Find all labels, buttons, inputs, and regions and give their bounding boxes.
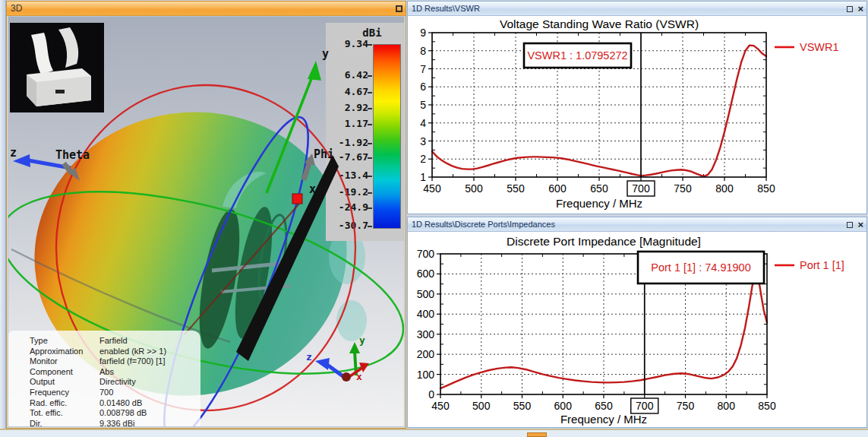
svg-text:650: 650 [595, 400, 613, 412]
svg-text:800: 800 [715, 182, 734, 195]
svg-text:650: 650 [590, 182, 608, 195]
annotation-text: Port 1 [1] : 74.91900 [651, 261, 750, 274]
colorbar-tick [368, 44, 372, 46]
colorbar-tick-label: -19.2 [339, 186, 368, 198]
info-row: Approximationenabled (kR >> 1) [8, 347, 200, 357]
colorbar-tick-label: -30.7 [339, 220, 368, 231]
colorbar-tick [368, 207, 372, 209]
info-row-value: Directivity [99, 377, 136, 386]
3d-window-title: 3D [11, 3, 22, 14]
info-row-value: Abs [99, 367, 114, 376]
info-row-value: farfield (f=700) [1] [99, 356, 166, 366]
3d-window-titlebar[interactable]: 3D [7, 2, 406, 16]
info-row: Rad. effic.0.01480 dB [8, 398, 200, 409]
colorbar-tick-label: 6.42 [345, 69, 368, 81]
3d-viewport[interactable]: dBi 9.346.424.672.921.17-1.92-7.67-13.4-… [8, 16, 405, 427]
info-row: TypeFarfield [8, 336, 200, 347]
colorbar-tick [368, 226, 372, 227]
svg-text:400: 400 [417, 308, 435, 320]
info-row-value: Farfield [99, 336, 128, 345]
svg-text:700: 700 [636, 400, 654, 412]
value-annotation-box[interactable]: Port 1 [1] : 74.91900 [638, 252, 764, 283]
impedance-window-titlebar[interactable]: 1D Results\Discrete Ports\Impedances × [408, 217, 866, 232]
colorbar-tick [368, 143, 372, 144]
svg-text:550: 550 [507, 182, 525, 195]
legend: VSWR1 [775, 41, 839, 53]
svg-text:2: 2 [420, 153, 426, 165]
info-row: Dir.9.336 dBi [8, 419, 200, 427]
colorbar-tick-label: 9.34 [345, 38, 368, 49]
application-workspace: 3D [0, 0, 868, 437]
svg-text:550: 550 [513, 400, 532, 412]
svg-text:4: 4 [420, 117, 426, 129]
svg-text:500: 500 [417, 288, 435, 300]
colorbar-gradient [373, 44, 401, 229]
svg-text:700: 700 [632, 182, 650, 195]
colorbar-tick-label: -13.4 [339, 169, 368, 181]
svg-text:3: 3 [420, 135, 426, 147]
info-row-label: Component [30, 367, 73, 376]
info-row: Frequency700 [8, 388, 200, 398]
colorbar-tick [368, 92, 372, 93]
vswr-window-title: 1D Results\VSWR [412, 4, 480, 13]
svg-text:6: 6 [420, 81, 426, 93]
impedance-chart[interactable]: 0100200300400500600700450500550600650700… [408, 232, 866, 427]
x-axis-title: Frequency / MHz [560, 413, 647, 426]
hidden-window-edge[interactable] [527, 432, 547, 437]
info-row-label: Output [30, 377, 55, 386]
impedance-window-title: 1D Results\Discrete Ports\Impedances [412, 220, 555, 229]
svg-text:750: 750 [674, 182, 692, 195]
maximize-icon[interactable] [847, 222, 853, 228]
svg-text:850: 850 [757, 182, 775, 195]
svg-text:600: 600 [548, 182, 567, 195]
info-row-label: Dir. [30, 419, 43, 427]
info-row: Tot. effic.0.008798 dB [8, 408, 200, 419]
vswr-chart[interactable]: 123456789450500550600650700750800850Volt… [408, 16, 866, 214]
info-row-label: Approximation [30, 347, 83, 356]
colorbar-tick [368, 192, 372, 194]
svg-text:8: 8 [420, 45, 426, 57]
svg-text:0: 0 [428, 388, 434, 401]
info-row-value: 0.01480 dB [99, 398, 142, 407]
maximize-icon[interactable] [396, 5, 402, 12]
info-row-value: enabled (kR >> 1) [99, 347, 166, 356]
svg-text:700: 700 [417, 248, 435, 260]
workspace-bottom-strip [0, 429, 868, 437]
colorbar-tick [368, 108, 372, 109]
info-row-label: Type [30, 336, 48, 345]
colorbar-tick [368, 157, 372, 159]
svg-text:200: 200 [417, 348, 435, 360]
info-row: Monitorfarfield (f=700) [1] [8, 356, 200, 367]
value-annotation-box[interactable]: VSWR1 : 1.0795272 [524, 43, 631, 68]
colorbar-tick-label: -24.9 [339, 201, 368, 213]
chart-title: Voltage Standing Wave Ratio (VSWR) [500, 17, 699, 30]
info-row: OutputDirectivity [8, 377, 200, 388]
impedance-results-window: 1D Results\Discrete Ports\Impedances × 0… [407, 217, 867, 428]
info-row-label: Frequency [30, 388, 69, 397]
vswr-results-window: 1D Results\VSWR × 1234567894505005506006… [407, 1, 867, 214]
legend-label: VSWR1 [800, 41, 839, 53]
colorbar-tick-label: 2.92 [345, 102, 368, 113]
info-row-value: 700 [99, 388, 113, 397]
colorbar-tick-label: 4.67 [345, 86, 368, 97]
info-row-label: Tot. effic. [30, 408, 63, 417]
impedance-plot-canvas[interactable]: 0100200300400500600700450500550600650700… [408, 232, 866, 427]
maximize-icon[interactable] [847, 6, 853, 12]
info-row-value: 0.008798 dB [99, 408, 147, 417]
vswr-plot-canvas[interactable]: 123456789450500550600650700750800850Volt… [408, 16, 866, 214]
colorbar-unit-label: dBi [353, 27, 391, 39]
svg-text:750: 750 [677, 400, 695, 412]
colorbar-tick [368, 124, 372, 125]
svg-text:850: 850 [758, 400, 776, 412]
svg-text:600: 600 [417, 268, 435, 280]
colorbar-tick-label: 1.17 [345, 118, 368, 129]
info-row: ComponentAbs [8, 367, 200, 378]
model-preview-inset [10, 23, 104, 112]
close-icon[interactable]: × [857, 4, 863, 14]
colorbar-scale: dBi 9.346.424.672.921.17-1.92-7.67-13.4-… [326, 23, 404, 241]
vswr-window-titlebar[interactable]: 1D Results\VSWR × [408, 2, 866, 16]
legend: Port 1 [1] [775, 259, 844, 271]
colorbar-tick [368, 176, 372, 177]
close-icon[interactable]: × [857, 220, 863, 230]
svg-text:450: 450 [431, 400, 450, 412]
